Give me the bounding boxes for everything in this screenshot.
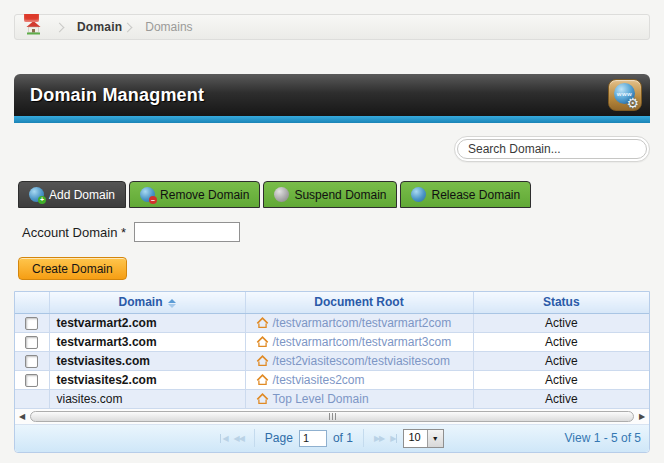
tab-remove-domain[interactable]: – Remove Domain bbox=[129, 181, 260, 208]
column-header-label: Status bbox=[543, 295, 580, 309]
status-cell: Active bbox=[473, 332, 649, 351]
account-domain-field-row: Account Domain * bbox=[14, 222, 650, 242]
document-root-cell: Top Level Domain bbox=[245, 389, 473, 408]
column-header-label: Document Root bbox=[314, 295, 403, 309]
status-cell: Active bbox=[473, 313, 649, 332]
account-domain-input[interactable] bbox=[134, 222, 240, 242]
document-root-link[interactable]: Top Level Domain bbox=[273, 392, 369, 406]
row-checkbox[interactable] bbox=[25, 355, 38, 368]
home-icon bbox=[256, 317, 269, 329]
scrollbar-grip-icon bbox=[329, 413, 336, 420]
pager-prev-icon[interactable]: ◀◀ bbox=[234, 434, 244, 443]
page-title: Domain Managment bbox=[30, 85, 204, 106]
column-header-domain[interactable]: Domain bbox=[49, 292, 245, 313]
sort-icon[interactable] bbox=[168, 299, 176, 308]
suspend-domain-icon bbox=[274, 187, 289, 202]
page-size-select[interactable]: 10 ▼ bbox=[403, 429, 443, 448]
home-icon bbox=[256, 374, 269, 386]
plus-badge-icon: + bbox=[38, 196, 46, 204]
horizontal-scrollbar[interactable]: ◀ ▶ bbox=[15, 409, 649, 425]
tab-label: Remove Domain bbox=[160, 188, 249, 202]
scroll-left-arrow-icon[interactable]: ◀ bbox=[17, 412, 27, 421]
document-root-cell: /testviasites2com bbox=[245, 370, 473, 389]
document-root-link[interactable]: /testvarmartcom/testvarmart2com bbox=[273, 316, 452, 330]
add-domain-icon: + bbox=[29, 187, 44, 202]
document-root-cell: /testvarmartcom/testvarmart3com bbox=[245, 332, 473, 351]
remove-domain-icon: – bbox=[140, 187, 155, 202]
tab-bar: + Add Domain – Remove Domain Suspend Dom… bbox=[14, 181, 650, 208]
document-root-link[interactable]: /testvarmartcom/testvarmart3com bbox=[273, 335, 452, 349]
checkbox-cell bbox=[15, 351, 49, 370]
pager-separator bbox=[254, 429, 255, 447]
domain-cell: testvarmart2.com bbox=[49, 313, 245, 332]
domain-cell: testvarmart3.com bbox=[49, 332, 245, 351]
release-domain-icon bbox=[411, 187, 426, 202]
pager-page-input[interactable] bbox=[299, 430, 327, 447]
breadcrumb-item-domains: Domains bbox=[145, 20, 192, 34]
domain-globe-gear-icon[interactable]: www ⚙ bbox=[608, 79, 642, 111]
cropped-red-icon bbox=[24, 14, 39, 22]
domain-cell: testviasites2.com bbox=[49, 370, 245, 389]
document-root-link[interactable]: /testviasites2com bbox=[273, 373, 365, 387]
pager-next-icon[interactable]: ▶▶ bbox=[374, 434, 384, 443]
pager-first-icon[interactable]: ◀ bbox=[220, 434, 227, 443]
pager-page-label: Page bbox=[265, 431, 293, 445]
column-header-document-root[interactable]: Document Root bbox=[245, 292, 473, 313]
pager-controls: ◀ ◀◀ Page of 1 ▶▶ ▶ 10 ▼ bbox=[220, 429, 443, 448]
status-cell: Active bbox=[473, 389, 649, 408]
tab-label: Suspend Domain bbox=[294, 188, 386, 202]
dropdown-arrow-icon: ▼ bbox=[427, 430, 443, 447]
column-header-status[interactable]: Status bbox=[473, 292, 649, 313]
row-checkbox[interactable] bbox=[25, 317, 38, 330]
minus-badge-icon: – bbox=[149, 196, 157, 204]
domain-cell: testviasites.com bbox=[49, 351, 245, 370]
column-header-label: Domain bbox=[118, 295, 162, 309]
checkbox-cell bbox=[15, 313, 49, 332]
scroll-right-arrow-icon[interactable]: ▶ bbox=[637, 412, 647, 421]
page: Domain Domains Domain Managment www ⚙ + … bbox=[0, 14, 664, 463]
tab-label: Release Domain bbox=[431, 188, 520, 202]
checkbox-cell bbox=[15, 389, 49, 408]
header-accent-bar bbox=[14, 116, 650, 123]
table-row: testvarmart2.com /testvarmartcom/testvar… bbox=[15, 313, 649, 332]
document-root-cell: /testvarmartcom/testvarmart2com bbox=[245, 313, 473, 332]
breadcrumb: Domain Domains bbox=[14, 14, 650, 40]
breadcrumb-item-domain[interactable]: Domain bbox=[77, 20, 122, 34]
home-icon bbox=[256, 355, 269, 367]
table-header-row: Domain Document Root Status bbox=[15, 292, 649, 313]
pager-separator bbox=[363, 429, 364, 447]
pager-of-label: of 1 bbox=[333, 431, 353, 445]
checkbox-column-header bbox=[15, 292, 49, 313]
scrollbar-thumb[interactable] bbox=[30, 411, 634, 422]
status-cell: Active bbox=[473, 370, 649, 389]
status-cell: Active bbox=[473, 351, 649, 370]
pager: ◀ ◀◀ Page of 1 ▶▶ ▶ 10 ▼ View 1 - 5 of 5 bbox=[15, 425, 649, 452]
checkbox-cell bbox=[15, 370, 49, 389]
domain-table: Domain Document Root Status testvarmart2… bbox=[15, 292, 649, 409]
row-checkbox[interactable] bbox=[25, 374, 38, 387]
page-size-value: 10 bbox=[404, 430, 426, 447]
document-root-cell: /test2viasitescom/testviasitescom bbox=[245, 351, 473, 370]
table-row: testviasites2.com /testviasites2com Acti… bbox=[15, 370, 649, 389]
main-panel: Domain Managment www ⚙ + Add Domain – Re… bbox=[14, 74, 650, 453]
home-icon bbox=[256, 336, 269, 348]
account-domain-label: Account Domain * bbox=[22, 225, 134, 240]
pager-last-icon[interactable]: ▶ bbox=[390, 434, 397, 443]
pager-view-range: View 1 - 5 of 5 bbox=[444, 431, 641, 445]
search-row bbox=[14, 136, 650, 162]
panel-header: Domain Managment www ⚙ bbox=[14, 74, 650, 116]
document-root-link[interactable]: /test2viasitescom/testviasitescom bbox=[273, 354, 450, 368]
home-icon bbox=[256, 393, 269, 405]
tab-release-domain[interactable]: Release Domain bbox=[400, 181, 531, 208]
gear-icon: ⚙ bbox=[626, 96, 639, 110]
table-row: testvarmart3.com /testvarmartcom/testvar… bbox=[15, 332, 649, 351]
search-box bbox=[454, 136, 650, 162]
table-row: viasites.com Top Level Domain Active bbox=[15, 389, 649, 408]
checkbox-cell bbox=[15, 332, 49, 351]
row-checkbox[interactable] bbox=[25, 336, 38, 349]
create-domain-button[interactable]: Create Domain bbox=[18, 257, 127, 280]
table-row: testviasites.com /test2viasitescom/testv… bbox=[15, 351, 649, 370]
search-domain-input[interactable] bbox=[457, 139, 647, 159]
tab-suspend-domain[interactable]: Suspend Domain bbox=[263, 181, 397, 208]
tab-add-domain[interactable]: + Add Domain bbox=[18, 181, 126, 208]
